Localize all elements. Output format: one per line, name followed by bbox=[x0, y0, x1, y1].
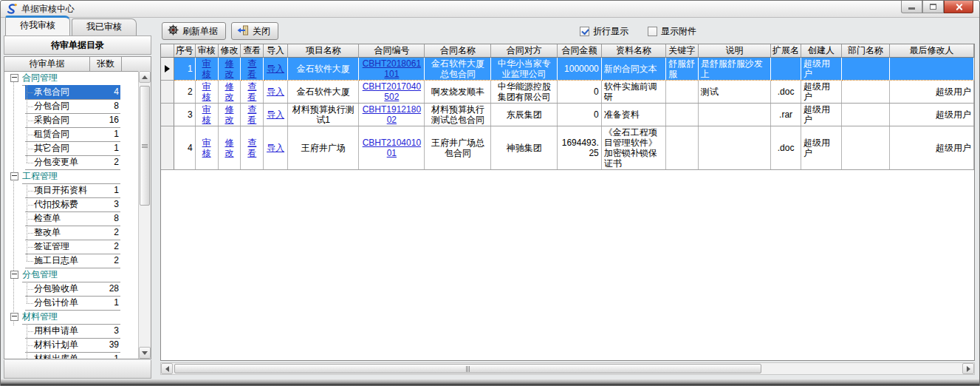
col-header-doc-name[interactable]: 资料名称 bbox=[601, 44, 665, 58]
col-header-keyword[interactable]: 关键字 bbox=[665, 44, 698, 58]
collapse-icon[interactable] bbox=[10, 172, 18, 180]
scroll-down-arrow[interactable] bbox=[139, 347, 151, 359]
tree-item[interactable]: 整改单2 bbox=[4, 226, 138, 240]
action-view-link[interactable]: 查看 bbox=[247, 138, 256, 158]
collapse-icon[interactable] bbox=[10, 313, 18, 321]
contract-no-link[interactable]: CBHT191218002 bbox=[363, 104, 421, 125]
horizontal-scrollbar[interactable] bbox=[160, 362, 975, 375]
tree-item[interactable]: 其它合同1 bbox=[4, 141, 138, 155]
tree-item[interactable]: 代扣投标费3 bbox=[4, 197, 138, 211]
tree-group[interactable]: 分包管理 bbox=[4, 268, 138, 282]
tree-group[interactable]: 工程管理 bbox=[4, 169, 138, 183]
tree-col-name[interactable]: 待审单据 bbox=[4, 57, 90, 71]
col-header-last-modifier[interactable]: 最后修改人 bbox=[889, 44, 973, 58]
tree-item[interactable]: 项目开拓资料1 bbox=[4, 183, 138, 197]
app-window: 单据审核中心 待我审核 我已审核 待审单据目录 待审单据 张数 bbox=[0, 0, 980, 386]
collapse-icon[interactable] bbox=[10, 271, 18, 279]
collapse-icon[interactable] bbox=[10, 74, 18, 82]
close-view-button[interactable]: 关闭 bbox=[231, 22, 278, 40]
tree-item[interactable]: 材料出库单1 bbox=[4, 352, 138, 359]
tree-item[interactable]: 分包变更单2 bbox=[4, 155, 138, 169]
action-modify-link[interactable]: 修改 bbox=[225, 138, 233, 158]
action-view-link[interactable]: 查看 bbox=[247, 58, 256, 79]
tree-item[interactable]: 检查单8 bbox=[4, 211, 138, 226]
col-header-seq[interactable]: 序号 bbox=[174, 44, 195, 58]
action-import-link[interactable]: 导入 bbox=[267, 109, 284, 120]
action-import-link[interactable]: 导入 bbox=[267, 87, 284, 97]
tree-item[interactable]: 租赁合同1 bbox=[4, 127, 138, 141]
col-header-extension[interactable]: 扩展名 bbox=[771, 44, 801, 58]
cell-last-modifier: 超级用户 bbox=[889, 126, 973, 170]
col-header-note[interactable]: 说明 bbox=[698, 44, 770, 58]
maximize-button[interactable] bbox=[922, 1, 944, 13]
tree-item[interactable]: 用料申请单3 bbox=[4, 324, 138, 338]
col-header-import[interactable]: 导入 bbox=[264, 44, 288, 58]
tree-group[interactable]: 合同管理 bbox=[4, 71, 138, 85]
scroll-up-arrow[interactable] bbox=[139, 71, 151, 83]
contract-no-link[interactable]: CBHT210401001 bbox=[363, 138, 421, 158]
col-header-modify[interactable]: 修改 bbox=[218, 44, 241, 58]
tree-item[interactable]: 分包验收单28 bbox=[4, 282, 138, 296]
action-modify-link[interactable]: 修改 bbox=[225, 104, 233, 125]
tree-item[interactable]: 分包计价单1 bbox=[4, 296, 138, 310]
cell-doc-name: 软件实施前调研 bbox=[601, 81, 665, 104]
cell-department-name bbox=[841, 126, 889, 170]
action-view-link[interactable]: 查看 bbox=[247, 104, 256, 125]
cell-import: 导入 bbox=[264, 126, 288, 170]
col-header-contract-party[interactable]: 合同对方 bbox=[491, 44, 558, 58]
tree-item-count: 16 bbox=[92, 115, 120, 125]
scroll-left-arrow[interactable] bbox=[161, 363, 173, 374]
action-modify-link[interactable]: 修改 bbox=[225, 81, 233, 102]
tree-item[interactable]: 承包合同4 bbox=[4, 85, 138, 99]
cell-contract-amount: 1694493.25 bbox=[558, 126, 601, 170]
action-view-link[interactable]: 查看 bbox=[247, 81, 256, 102]
contract-no-link[interactable]: CBHT2018061101 bbox=[363, 58, 421, 79]
tree-item-label: 施工日志单 bbox=[25, 254, 92, 267]
tab-already-reviewed[interactable]: 我已审核 bbox=[72, 18, 137, 35]
minimize-button[interactable] bbox=[901, 1, 922, 13]
tree-scrollbar-thumb[interactable] bbox=[140, 86, 150, 206]
horizontal-scrollbar-thumb[interactable] bbox=[174, 364, 761, 373]
col-header-contract-amount[interactable]: 合同金额 bbox=[558, 44, 601, 58]
cell-extension: .rar bbox=[771, 104, 801, 126]
show-attachments-checkbox[interactable]: 显示附件 bbox=[648, 25, 696, 38]
action-import-link[interactable]: 导入 bbox=[267, 64, 284, 74]
tab-pending-review[interactable]: 待我审核 bbox=[5, 16, 70, 35]
col-header-contract-name[interactable]: 合同名称 bbox=[425, 44, 491, 58]
scrollbar-track[interactable] bbox=[761, 363, 962, 374]
tree-item[interactable]: 分包合同8 bbox=[4, 99, 138, 113]
col-header-contract-no[interactable]: 合同编号 bbox=[359, 44, 425, 58]
tree-view: 合同管理承包合同4分包合同8采购合同16租赁合同1其它合同1分包变更单2工程管理… bbox=[4, 71, 138, 359]
tree-item[interactable]: 采购合同16 bbox=[4, 113, 138, 127]
col-header-creator[interactable]: 创建人 bbox=[801, 44, 842, 58]
wrap-lines-label: 折行显示 bbox=[593, 25, 628, 38]
table-row[interactable]: 2审核修改查看导入金石软件大厦CBHT2017040502啊发烧发顺丰中华能源控… bbox=[161, 81, 974, 104]
action-review-link[interactable]: 审核 bbox=[202, 138, 211, 158]
tree-group[interactable]: 材料管理 bbox=[4, 310, 138, 324]
table-row[interactable]: 3审核修改查看导入材料预算执行测试1CBHT191218002材料预算执行测试总… bbox=[161, 104, 974, 126]
tree-item-label: 材料出库单 bbox=[25, 353, 92, 359]
contract-no-link[interactable]: CBHT2017040502 bbox=[363, 81, 421, 102]
col-header-department-name[interactable]: 部门名称 bbox=[841, 44, 889, 58]
tree-item[interactable]: 签证管理2 bbox=[4, 240, 138, 254]
action-review-link[interactable]: 审核 bbox=[202, 58, 211, 79]
col-header-review[interactable]: 审核 bbox=[195, 44, 218, 58]
tree-item[interactable]: 材料计划单39 bbox=[4, 338, 138, 352]
tree-col-count[interactable]: 张数 bbox=[90, 57, 122, 71]
scroll-right-arrow[interactable] bbox=[962, 363, 974, 374]
close-button[interactable] bbox=[944, 1, 973, 13]
refresh-documents-button[interactable]: 刷新单据 bbox=[162, 22, 226, 40]
action-review-link[interactable]: 审核 bbox=[202, 104, 211, 125]
wrap-lines-checkbox[interactable]: 折行显示 bbox=[580, 25, 628, 38]
tree-item-count: 2 bbox=[92, 227, 120, 237]
cell-creator: 超级用户 bbox=[801, 126, 842, 170]
col-header-project-name[interactable]: 项目名称 bbox=[287, 44, 358, 58]
col-header-view[interactable]: 查看 bbox=[241, 44, 264, 58]
tree-item[interactable]: 施工日志单2 bbox=[4, 254, 138, 268]
action-import-link[interactable]: 导入 bbox=[267, 143, 284, 153]
action-modify-link[interactable]: 修改 bbox=[225, 58, 233, 79]
tree-scrollbar[interactable] bbox=[138, 71, 151, 359]
action-review-link[interactable]: 审核 bbox=[202, 81, 211, 102]
table-row[interactable]: 1审核修改查看导入金石软件大厦CBHT2018061101金石软件大厦总包合同中… bbox=[161, 58, 974, 81]
table-row[interactable]: 4审核修改查看导入王府井广场CBHT210401001王府井广场总包合同神驰集团… bbox=[161, 126, 974, 170]
